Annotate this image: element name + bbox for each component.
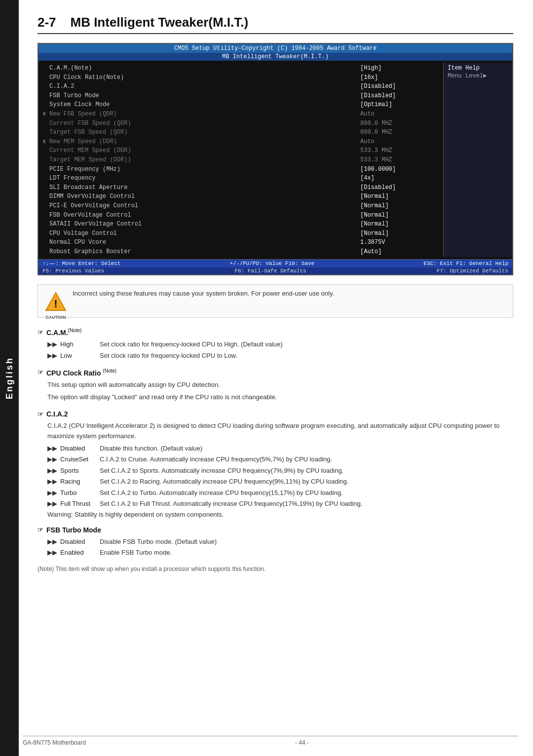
cam-key-low: Low [60,351,100,361]
bios-row: C.A.M.(Note)[High] [42,64,439,73]
cia2-bullet-racing: ▶▶ [47,477,57,487]
bios-row-label: Robust Graphics Booster [49,247,360,257]
cia2-bullet-disabled: ▶▶ [47,444,57,454]
cam-superscript: (Note) [68,328,82,333]
cam-title: C.A.M.(Note) [46,328,81,337]
bios-right-panel: Item Help Menu Level► [443,63,512,257]
cam-desc-high: Set clock ratio for frequency-locked CPU… [100,340,513,349]
cia2-key-cruiseset: CruiseSet [60,454,100,464]
bios-row-prefix [42,82,49,91]
bios-row: Robust Graphics Booster[Auto] [42,247,439,257]
cia2-key-sports: Sports [60,466,100,476]
bios-row: C.I.A.2[Disabled] [42,82,439,91]
bios-row: Target FSB Speed (QDR)800.0 MHZ [42,128,439,137]
bios-row-label: PCI-E OverVoltage Control [49,201,360,211]
bios-row: SATAII OverVoltage Control[Normal] [42,220,439,229]
cam-item-high: ▶▶ High Set clock ratio for frequency-lo… [47,340,513,349]
bios-row: LDT Frequency[4x] [42,174,439,183]
cpu-clock-body2: The option will display "Locked" and rea… [47,392,513,403]
bios-row-value: [Normal] [360,211,439,220]
bios-footer1-left: ↑↓→←: Move Enter: Select [42,261,120,266]
cia2-desc-racing: Set C.I.A.2 to Racing. Automatically inc… [100,477,513,487]
bios-row-label: FSB OverVoltage Control [49,211,360,220]
bios-row: Normal CPU Vcore1.3875V [42,238,439,247]
cia2-key-fullthrust: Full Thrust [60,499,100,509]
bios-row-prefix [42,73,49,82]
bios-row-value: Auto [360,137,439,147]
bios-footer2-left: F5: Previous Values [42,268,104,274]
bios-footer2: F5: Previous Values F6: Fail-Safe Defaul… [38,267,512,274]
section-cam: ☞ C.A.M.(Note) ▶▶ High Set clock ratio f… [38,328,513,360]
bios-row-prefix: x [42,110,49,119]
bios-row-prefix [42,64,49,73]
cia2-key-racing: Racing [60,477,100,487]
bios-row: Target MEM Speed (DDR))533.3 MHZ [42,155,439,165]
bios-row: Current FSB Speed (QDR)800.0 MHZ [42,119,439,128]
cam-desc-low: Set clock ratio for frequency-locked CPU… [100,351,513,361]
bios-body: C.A.M.(Note)[High]CPU Clock Ratio(Note)[… [38,61,512,259]
cia2-bullet-sports: ▶▶ [47,466,57,476]
bios-row-prefix [42,229,49,238]
bios-left-panel: C.A.M.(Note)[High]CPU Clock Ratio(Note)[… [38,63,443,257]
bios-row-value: [Optimal] [360,100,439,110]
section-heading-cia2: ☞ C.I.A.2 [38,410,513,418]
bios-row-label: System Clock Mode [49,100,360,110]
bios-row: FSB OverVoltage Control[Normal] [42,211,439,220]
bios-row: CPU Voltage Control[Normal] [42,229,439,238]
cia2-item-turbo: ▶▶ Turbo Set C.I.A.2 to Turbo. Automatic… [47,488,513,498]
section-heading-fsb: ☞ FSB Turbo Mode [38,526,513,534]
bios-header2: MB Intelligent Tweaker(M.I.T.) [38,53,512,61]
footer-left: GA-8N775 Motherboard [23,739,86,746]
bios-row: PCIE Frequency (MHz)[100.0000] [42,165,439,174]
bios-row-label: SATAII OverVoltage Control [49,220,360,229]
cia2-bullet-turbo: ▶▶ [47,488,57,498]
bios-row-prefix [42,174,49,183]
bios-row-label: SLI Broadcast Aperture [49,183,360,192]
main-content: 2-7 MB Intelligent Tweaker(M.I.T.) CMOS … [23,0,533,591]
fsb-desc-disabled: Disable FSB Turbo mode. (Default value) [100,537,513,547]
arrow-icon-cpu-clock: ☞ [38,369,43,376]
bios-row-label: New MEM Speed (DDR) [49,137,360,147]
section-fsb-turbo: ☞ FSB Turbo Mode ▶▶ Disabled Disable FSB… [38,526,513,558]
bios-row-label: LDT Frequency [49,174,360,183]
arrow-icon-cam: ☞ [38,329,43,336]
bios-footer2-mid: F6: Fail-Safe Defaults [234,268,306,274]
cia2-item-sports: ▶▶ Sports Set C.I.A.2 to Sports. Automat… [47,466,513,476]
bios-row-value: [100.0000] [360,165,439,174]
bios-row-value: 1.3875V [360,238,439,247]
page-title: 2-7 MB Intelligent Tweaker(M.I.T.) [38,15,513,34]
bios-row-prefix [42,100,49,110]
bios-row: SLI Broadcast Aperture[Disabled] [42,183,439,192]
bios-row-prefix: x [42,137,49,147]
bios-row-value: [Normal] [360,229,439,238]
fsb-desc-enabled: Enable FSB Turbo mode. [100,548,513,558]
bios-row: Current MEM Speed (DDR)533.3 MHZ [42,146,439,155]
bios-footer1-mid: +/-/PU/PD: Value F10: Save [230,261,315,266]
bios-row-value: [High] [360,64,439,73]
cia2-item-fullthrust: ▶▶ Full Thrust Set C.I.A.2 to Full Thrus… [47,499,513,509]
bios-help-title: Item Help [448,65,508,72]
bios-row-label: C.A.M.(Note) [49,64,360,73]
fsb-item-enabled: ▶▶ Enabled Enable FSB Turbo mode. [47,548,513,558]
bios-row-value: 533.3 MHZ [360,146,439,155]
cia2-bullet-cruiseset: ▶▶ [47,454,57,464]
bios-footer2-right: F7: Optimized Defaults [437,268,508,274]
bios-row-label: C.I.A.2 [49,82,360,91]
caution-icon: ! CAUTION [45,291,67,312]
section-cpu-clock-ratio: ☞ CPU Clock Ratio (Note) This setup opti… [38,368,513,402]
bios-row-prefix [42,220,49,229]
bios-row-value: [Disabled] [360,183,439,192]
fsb-bullet-disabled: ▶▶ [47,537,57,547]
bios-row-prefix [42,183,49,192]
cpu-clock-body1: This setup option will automatically ass… [47,380,513,390]
bios-row: CPU Clock Ratio(Note)[16x] [42,73,439,82]
bios-row-prefix [42,201,49,211]
bios-row-value: [4x] [360,174,439,183]
bios-row: System Clock Mode[Optimal] [42,100,439,110]
fsb-bullet-enabled: ▶▶ [47,548,57,558]
cam-bullet-high: ▶▶ [47,340,57,349]
bios-row-value: [Normal] [360,220,439,229]
cia2-item-disabled: ▶▶ Disabled Disable this function. (Defa… [47,444,513,454]
bios-row-value: [Disabled] [360,91,439,101]
cam-bullet-low: ▶▶ [47,351,57,361]
